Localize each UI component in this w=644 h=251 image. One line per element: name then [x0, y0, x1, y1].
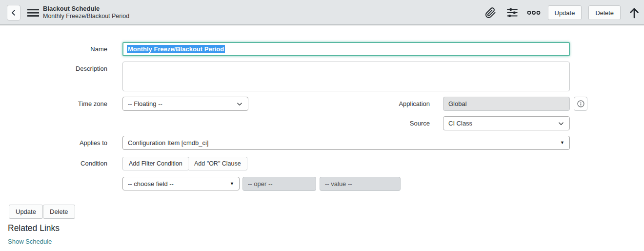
operator-placeholder: -- oper -- [248, 180, 273, 188]
footer-update-button[interactable]: Update [9, 205, 43, 219]
timezone-value: -- Floating -- [128, 100, 162, 107]
footer-delete-button[interactable]: Delete [43, 205, 75, 219]
scroll-to-top-button[interactable] [627, 5, 641, 20]
form-page: Blackout Schedule Monthly Freeze/Blackou… [0, 0, 644, 251]
name-selected-text: Monthly Freeze/Blackout Period [127, 45, 225, 53]
applies-to-value: Configuration Item [cmdb_ci] [128, 139, 208, 146]
caret-down-icon: ▼ [230, 182, 234, 186]
chevron-down-icon [236, 101, 243, 107]
choose-field-select[interactable]: -- choose field -- ▼ [122, 177, 240, 190]
add-or-clause-button[interactable]: Add "OR" Clause [188, 157, 247, 170]
name-input[interactable]: Monthly Freeze/Blackout Period [122, 42, 570, 56]
application-field: Global [443, 97, 570, 111]
chevron-left-icon [9, 8, 18, 17]
value-placeholder: -- value -- [325, 180, 352, 188]
header-title: Blackout Schedule Monthly Freeze/Blackou… [43, 4, 129, 20]
application-label: Application [322, 100, 430, 107]
timezone-select[interactable]: -- Floating -- [122, 97, 248, 111]
timezone-label: Time zone [10, 100, 107, 107]
description-label: Description [10, 65, 107, 72]
more-options-button[interactable] [526, 5, 541, 20]
application-info-button[interactable] [574, 97, 587, 111]
personalize-form-button[interactable] [505, 5, 520, 20]
choose-field-value: -- choose field -- [128, 180, 174, 188]
description-textarea[interactable] [122, 62, 570, 91]
attachment-button[interactable] [483, 5, 498, 20]
context-menu-icon[interactable] [27, 7, 39, 18]
record-type-title: Blackout Schedule [43, 4, 129, 13]
add-filter-condition-button[interactable]: Add Filter Condition [122, 157, 189, 170]
source-select[interactable]: CI Class [443, 116, 570, 130]
applies-to-label: Applies to [10, 139, 107, 146]
header-actions: Update Delete [483, 0, 642, 25]
back-button[interactable] [7, 5, 20, 21]
condition-label: Condition [10, 160, 107, 167]
sliders-icon [506, 6, 519, 19]
source-value: CI Class [448, 120, 472, 127]
arrow-up-icon [628, 6, 640, 20]
value-field-disabled: -- value -- [320, 177, 401, 191]
name-label: Name [10, 45, 107, 53]
application-value: Global [448, 100, 467, 107]
paperclip-icon [485, 7, 496, 19]
show-schedule-link[interactable]: Show Schedule [8, 238, 52, 245]
source-label: Source [322, 120, 430, 127]
caret-down-icon: ▼ [560, 141, 564, 145]
header-update-button[interactable]: Update [548, 5, 582, 20]
operator-field-disabled: -- oper -- [242, 177, 316, 191]
more-options-icon [527, 9, 541, 16]
record-name-subtitle: Monthly Freeze/Blackout Period [43, 13, 129, 20]
chevron-down-icon [558, 120, 564, 127]
related-links-title: Related Links [8, 223, 60, 233]
applies-to-select[interactable]: Configuration Item [cmdb_ci] ▼ [122, 136, 570, 150]
form-header-bar: Blackout Schedule Monthly Freeze/Blackou… [0, 0, 644, 25]
header-delete-button[interactable]: Delete [588, 5, 621, 20]
info-icon [576, 99, 585, 108]
